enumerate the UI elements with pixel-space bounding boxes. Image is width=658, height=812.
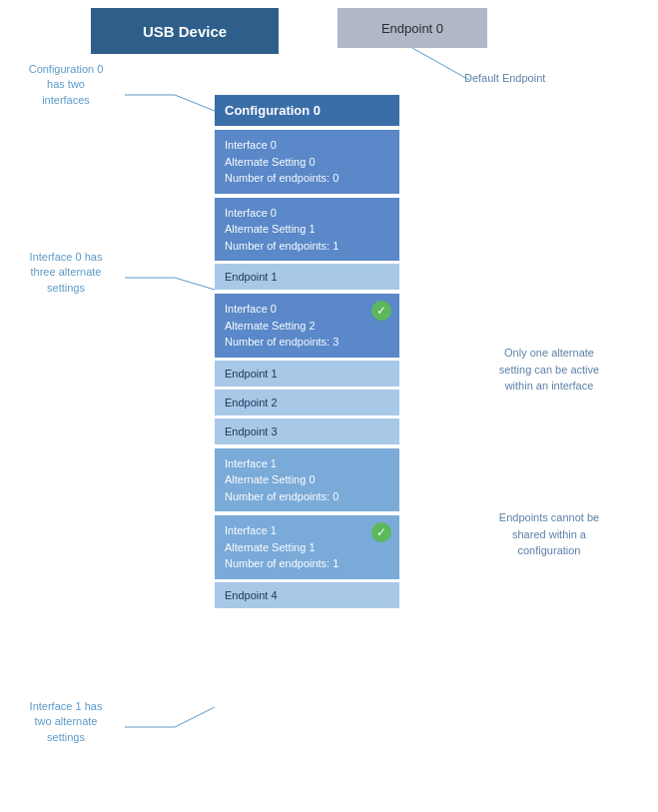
iface1-annotation: Interface 1 hastwo alternatesettings: [6, 699, 126, 745]
endpoint1-b: Endpoint 1: [215, 361, 399, 387]
iface0-annotation: Interface 0 hasthree alternatesettings: [6, 250, 126, 296]
usb-device-label: USB Device: [143, 23, 227, 40]
active-checkmark-iface0: ✓: [371, 301, 391, 321]
active-checkmark-iface1: ✓: [371, 522, 391, 542]
default-endpoint-label: Default Endpoint: [464, 72, 545, 84]
alt-setting-annotation: Only one alternatesetting can be activew…: [464, 345, 634, 395]
endpoint3: Endpoint 3: [215, 418, 399, 444]
endpoint4: Endpoint 4: [215, 582, 399, 608]
endpoint2: Endpoint 2: [215, 390, 399, 415]
iface0-alt1-block: Interface 0Alternate Setting 1Number of …: [215, 198, 399, 262]
iface0-alt0-block: Interface 0Alternate Setting 0Number of …: [215, 130, 399, 194]
iface1-alt1-block: Interface 1Alternate Setting 1Number of …: [215, 515, 399, 579]
config-header: Configuration 0: [215, 95, 399, 126]
main-column: Configuration 0 Interface 0Alternate Set…: [215, 95, 399, 608]
endpoint1-a: Endpoint 1: [215, 264, 399, 290]
endpoint0-box: Endpoint 0: [337, 8, 487, 48]
config-annotation: Configuration 0has twointerfaces: [6, 62, 126, 108]
endpoints-annotation: Endpoints cannot beshared within aconfig…: [464, 509, 634, 559]
iface1-alt0-block: Interface 1Alternate Setting 0Number of …: [215, 448, 399, 512]
svg-line-1: [412, 48, 469, 80]
endpoint0-label: Endpoint 0: [381, 21, 443, 36]
usb-device-box: USB Device: [91, 8, 279, 54]
iface0-alt2-block: Interface 0Alternate Setting 2Number of …: [215, 294, 399, 358]
